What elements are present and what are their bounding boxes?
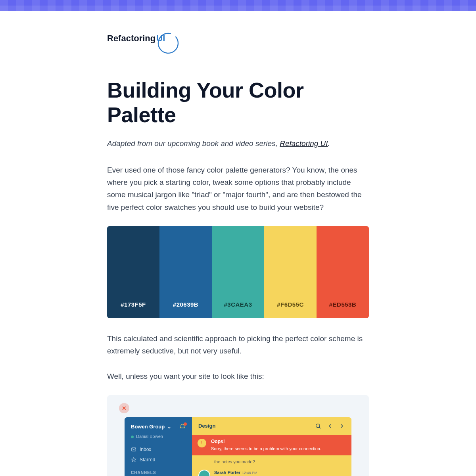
- mock-sidebar: Bowen Group ⌄ Danial Bowen Inbox: [125, 417, 192, 476]
- mock-team-name: Bowen Group: [131, 424, 165, 430]
- mock-nav-starred-label: Starred: [140, 457, 155, 463]
- article: RefactoringUI Building Your Color Palett…: [107, 11, 369, 476]
- mock-alert-body: Sorry, there seems to be a problem with …: [211, 446, 321, 451]
- alert-icon: !: [198, 439, 206, 447]
- mock-app-window: Bowen Group ⌄ Danial Bowen Inbox: [125, 417, 351, 476]
- mock-header-bar: Design: [192, 417, 351, 435]
- swatch-1: #173F5F: [107, 226, 159, 318]
- mock-msg-1-time: 12:48 PM: [242, 471, 257, 475]
- body-paragraph-2: This calculated and scientific approach …: [107, 332, 369, 357]
- arrow-right-icon: [339, 423, 345, 429]
- body-paragraph-3: Well, unless you want your site to look …: [107, 370, 369, 382]
- logo-ring-icon: [157, 32, 179, 54]
- header-pattern: [0, 0, 476, 11]
- intro-line: Adapted from our upcoming book and video…: [107, 138, 369, 150]
- arrow-left-icon: [327, 423, 333, 429]
- swatch-3: #3CAEA3: [212, 226, 264, 318]
- logo-word-1: Refactoring: [107, 33, 155, 43]
- mock-alert-title: Oops!: [211, 439, 345, 445]
- swatch-3-hex: #3CAEA3: [224, 301, 252, 308]
- bell-icon: [179, 424, 186, 430]
- mock-msg-1-name: Sarah Porter: [214, 470, 240, 475]
- brand-logo[interactable]: RefactoringUI: [107, 33, 369, 56]
- svg-point-2: [316, 424, 320, 428]
- page-title: Building Your Color Palette: [107, 78, 369, 127]
- mock-msg-fragment: the notes you made?: [198, 458, 345, 467]
- swatch-5-hex: #ED553B: [329, 301, 357, 308]
- mock-message-1: Sarah Porter12:48 PM No problem! They ar…: [198, 467, 345, 476]
- swatch-2: #20639B: [159, 226, 212, 318]
- close-icon: ✕: [119, 403, 129, 413]
- body-paragraph-1: Ever used one of those fancy color palet…: [107, 164, 369, 213]
- intro-prefix: Adapted from our upcoming book and video…: [107, 139, 280, 148]
- color-palette: #173F5F #20639B #3CAEA3 #F6D55C #ED553B: [107, 226, 369, 318]
- mock-current-user: Danial Bowen: [125, 434, 192, 444]
- intro-suffix: .: [328, 139, 330, 148]
- mock-message-feed: the notes you made? Sarah Porter12:48 PM…: [192, 455, 351, 476]
- mock-nav-inbox: Inbox: [125, 444, 192, 455]
- search-icon: [315, 423, 321, 429]
- svg-point-0: [157, 32, 179, 54]
- avatar: [198, 470, 210, 476]
- presence-dot-icon: [131, 436, 134, 438]
- mock-nav-inbox-label: Inbox: [140, 447, 151, 452]
- swatch-4: #F6D55C: [264, 226, 317, 318]
- swatch-5: #ED553B: [317, 226, 369, 318]
- mock-section-heading: CHANNELS: [125, 465, 192, 476]
- bad-example-mockup: ✕ Bowen Group ⌄ Danial Bowen Inbo: [107, 395, 369, 476]
- mock-main: Design ! Oops!: [192, 417, 351, 476]
- swatch-1-hex: #173F5F: [121, 301, 146, 308]
- mock-user-name: Danial Bowen: [136, 434, 163, 439]
- mock-nav-starred: Starred: [125, 455, 192, 465]
- swatch-4-hex: #F6D55C: [277, 301, 304, 308]
- mock-room-name: Design: [198, 423, 215, 429]
- book-link[interactable]: Refactoring UI: [280, 139, 328, 148]
- mock-team-switcher: Bowen Group ⌄: [125, 424, 192, 434]
- chevron-down-icon: ⌄: [167, 424, 171, 430]
- star-icon: [131, 457, 136, 463]
- mock-alert: ! Oops! Sorry, there seems to be a probl…: [192, 435, 351, 455]
- swatch-2-hex: #20639B: [173, 301, 198, 308]
- inbox-icon: [131, 447, 136, 452]
